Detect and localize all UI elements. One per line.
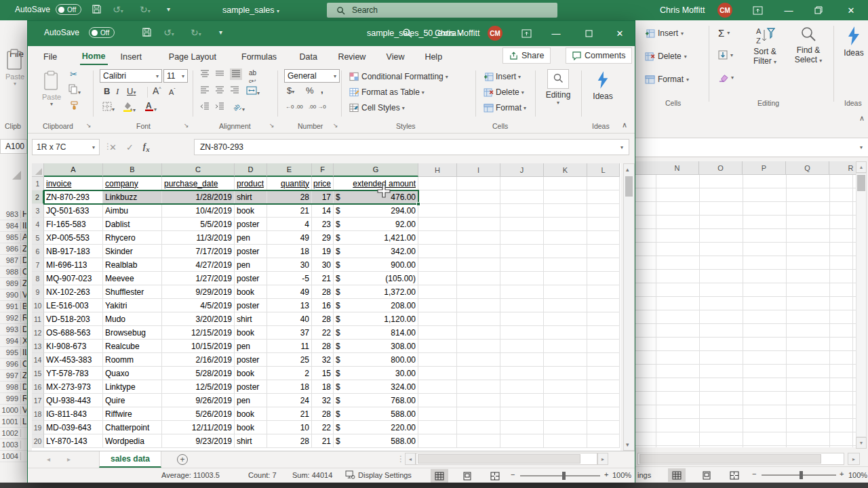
cell[interactable]: 16: [312, 299, 334, 312]
column-header-L[interactable]: L: [587, 163, 620, 177]
fg-search-icon[interactable]: [402, 28, 412, 40]
bg-ideas-button[interactable]: Ideas: [840, 26, 867, 58]
cell[interactable]: 13: [267, 299, 312, 312]
cell[interactable]: [418, 380, 457, 394]
cell[interactable]: 28: [267, 190, 312, 204]
fg-ribbon-display-icon[interactable]: [515, 24, 538, 42]
zoom-in-icon[interactable]: +: [604, 470, 608, 479]
cell[interactable]: Wordpedia: [103, 434, 162, 448]
cell[interactable]: 28: [267, 434, 312, 448]
cell[interactable]: [587, 434, 620, 448]
bg-ribbon-display-icon[interactable]: [746, 1, 769, 19]
cell[interactable]: [544, 380, 587, 394]
copy-icon[interactable]: ▾: [68, 84, 81, 96]
bg-display-settings-clipped[interactable]: ings: [637, 471, 651, 479]
cell[interactable]: [457, 367, 500, 380]
new-sheet-icon[interactable]: +: [177, 454, 188, 465]
ribbon-tab-help[interactable]: Help: [422, 49, 444, 65]
cell[interactable]: 2/16/2019: [162, 353, 235, 367]
cell[interactable]: 9/29/2019: [162, 285, 235, 299]
bg-vscroll-down-icon[interactable]: ▾: [856, 437, 867, 449]
cell[interactable]: 32: [312, 394, 334, 407]
cell[interactable]: [418, 353, 457, 367]
bg-row-header-1004[interactable]: 1004: [0, 451, 27, 462]
cell[interactable]: $1,421.00: [334, 231, 418, 245]
paste-button[interactable]: Paste ▾: [37, 70, 66, 107]
cell[interactable]: KI-908-673: [44, 340, 103, 353]
cell[interactable]: [457, 299, 500, 312]
bg-search-input[interactable]: Search: [327, 3, 557, 18]
bg-find-select-button[interactable]: Find &Select ▾: [789, 26, 828, 64]
bg-row-header-986[interactable]: 986Z: [0, 243, 27, 255]
fg-user-avatar[interactable]: CM: [488, 26, 502, 41]
tabbar-splitter[interactable]: ⋮: [397, 454, 405, 464]
cell[interactable]: [500, 367, 544, 380]
cell[interactable]: 21: [267, 407, 312, 421]
cell[interactable]: [500, 204, 544, 218]
bg-spreadsheet-grid[interactable]: [635, 175, 856, 447]
cell[interactable]: [418, 177, 457, 190]
bg-vscroll-up-icon[interactable]: ▴: [856, 161, 867, 173]
cell[interactable]: pen: [235, 231, 267, 245]
row-header-2[interactable]: 2: [32, 190, 44, 204]
row-header-10[interactable]: 10: [32, 299, 44, 312]
cell[interactable]: MQ-907-023: [44, 272, 103, 285]
cell[interactable]: [418, 204, 457, 218]
cell[interactable]: invoice: [44, 177, 103, 190]
cell[interactable]: [544, 231, 587, 245]
cell[interactable]: 7/17/2019: [162, 245, 235, 258]
cell[interactable]: FI-165-583: [44, 218, 103, 231]
ribbon-tab-data[interactable]: Data: [298, 49, 319, 65]
cell[interactable]: $92.00: [334, 218, 418, 231]
fg-save-icon[interactable]: [142, 27, 152, 39]
bg-name-box[interactable]: A100: [0, 139, 27, 154]
align-top-icon[interactable]: [200, 70, 210, 80]
cell[interactable]: [457, 258, 500, 272]
cell[interactable]: Mudo: [103, 312, 162, 326]
ribbon-tab-file[interactable]: File: [41, 49, 59, 65]
conditional-formatting-button[interactable]: Conditional Formatting▾: [349, 72, 448, 81]
bg-row-header-997[interactable]: 997Z: [0, 370, 27, 382]
cell[interactable]: [457, 245, 500, 258]
display-settings-label[interactable]: Display Settings: [358, 471, 412, 479]
cell[interactable]: [457, 218, 500, 231]
cell[interactable]: 21: [312, 272, 334, 285]
cell[interactable]: 2: [267, 367, 312, 380]
cell[interactable]: 12/11/2019: [162, 421, 235, 434]
cell[interactable]: [418, 312, 457, 326]
cell[interactable]: [457, 326, 500, 340]
column-header-E[interactable]: E: [267, 163, 312, 177]
cell[interactable]: poster: [235, 245, 267, 258]
comments-button[interactable]: Comments: [566, 47, 632, 64]
cell[interactable]: [587, 407, 620, 421]
cell[interactable]: [500, 231, 544, 245]
cell[interactable]: [544, 299, 587, 312]
hscroll-right-icon[interactable]: ▸: [597, 453, 608, 465]
bg-workbook-title[interactable]: sample_sales ▾: [222, 5, 279, 15]
bg-restore-button[interactable]: [807, 1, 830, 19]
cell[interactable]: 9/26/2019: [162, 394, 235, 407]
cell[interactable]: Shufflester: [103, 285, 162, 299]
cell[interactable]: [418, 245, 457, 258]
cell[interactable]: [418, 421, 457, 434]
cell[interactable]: [500, 258, 544, 272]
cell[interactable]: [587, 204, 620, 218]
cell[interactable]: company: [103, 177, 162, 190]
bg-view-normal-icon[interactable]: [668, 468, 686, 482]
font-name-select[interactable]: Calibri▾: [100, 69, 162, 83]
cell[interactable]: $588.00: [334, 407, 418, 421]
column-header-B[interactable]: B: [103, 163, 162, 177]
bg-view-page-break-icon[interactable]: [726, 468, 743, 482]
cell[interactable]: MD-039-643: [44, 421, 103, 434]
cell[interactable]: [587, 258, 620, 272]
cell[interactable]: [418, 231, 457, 245]
cell[interactable]: [457, 353, 500, 367]
cell[interactable]: 18: [267, 380, 312, 394]
increase-font-icon[interactable]: A^: [153, 86, 161, 96]
cell[interactable]: [587, 190, 620, 204]
cell[interactable]: 37: [267, 326, 312, 340]
orientation-icon[interactable]: ab▾: [233, 102, 245, 113]
cell[interactable]: $324.00: [334, 380, 418, 394]
fg-minimize-button[interactable]: —: [545, 24, 568, 42]
cell[interactable]: 24: [267, 394, 312, 407]
